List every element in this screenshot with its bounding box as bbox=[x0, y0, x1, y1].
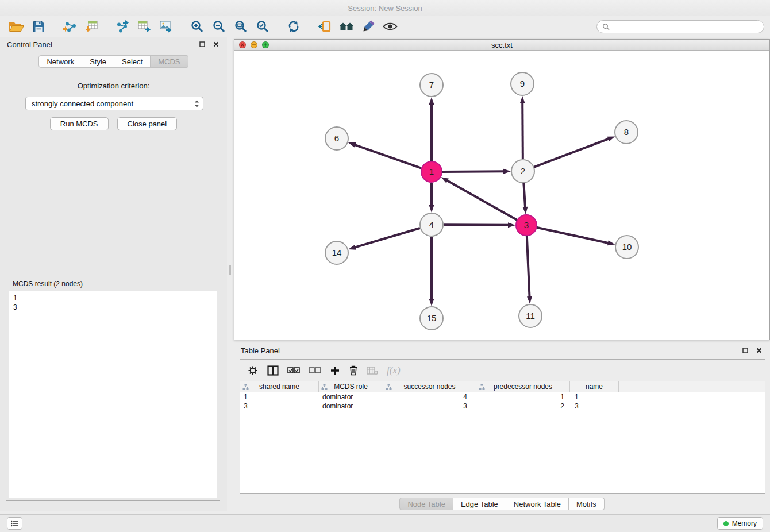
graph-node-14[interactable]: 14 bbox=[325, 241, 348, 264]
network-graph[interactable]: 7968124314101511 bbox=[234, 51, 769, 340]
close-window-button[interactable] bbox=[239, 41, 246, 48]
graph-edge-3-10[interactable] bbox=[537, 228, 610, 243]
zoom-in-button[interactable] bbox=[186, 17, 208, 36]
cell-successor-nodes[interactable]: 4 bbox=[383, 392, 476, 402]
import-network-button[interactable] bbox=[59, 17, 80, 36]
tab-network[interactable]: Network bbox=[38, 55, 82, 68]
graph-edge-2-8[interactable] bbox=[534, 138, 610, 167]
cell-name[interactable]: 3 bbox=[570, 402, 619, 411]
graph-edge-1-6[interactable] bbox=[353, 144, 421, 168]
split-view-button[interactable] bbox=[267, 362, 279, 379]
task-history-button[interactable] bbox=[7, 517, 22, 530]
run-mcds-button[interactable]: Run MCDS bbox=[50, 117, 109, 130]
zoom-selected-button[interactable] bbox=[252, 17, 274, 36]
cell-mcds-role[interactable]: dominator bbox=[319, 392, 383, 402]
column-header-shared-name[interactable]: shared name bbox=[240, 381, 319, 392]
graph-node-2[interactable]: 2 bbox=[511, 160, 534, 183]
tab-network-table[interactable]: Network Table bbox=[506, 498, 569, 510]
style-button[interactable] bbox=[357, 17, 379, 36]
search-box[interactable] bbox=[596, 20, 764, 33]
float-panel-button[interactable] bbox=[198, 40, 206, 48]
criterion-dropdown[interactable]: strongly connected component bbox=[25, 97, 203, 110]
minimize-window-button[interactable] bbox=[251, 41, 257, 48]
column-header-name[interactable]: name bbox=[570, 381, 619, 392]
add-column-button[interactable] bbox=[330, 362, 340, 379]
import-table-button[interactable] bbox=[80, 17, 102, 36]
network-view-window: scc.txt 7968124314101511 bbox=[234, 39, 770, 340]
vertical-splitter[interactable] bbox=[227, 37, 234, 511]
table-row[interactable]: 1 dominator 4 1 1 bbox=[240, 392, 765, 402]
cell-predecessor-nodes[interactable]: 1 bbox=[476, 392, 570, 402]
table-settings-button[interactable] bbox=[247, 362, 259, 379]
graph-node-1[interactable]: 1 bbox=[421, 161, 442, 182]
tab-motifs[interactable]: Motifs bbox=[569, 498, 605, 510]
tab-select[interactable]: Select bbox=[114, 55, 151, 68]
graph-edge-4-3[interactable] bbox=[444, 225, 510, 225]
apply-layout-button[interactable] bbox=[283, 17, 305, 36]
export-image-icon bbox=[159, 20, 173, 33]
table-row[interactable]: 3 dominator 3 2 3 bbox=[240, 402, 765, 411]
column-header-predecessor-nodes[interactable]: predecessor nodes bbox=[476, 381, 570, 392]
export-network-button[interactable] bbox=[111, 17, 133, 36]
float-table-panel-button[interactable] bbox=[741, 346, 749, 354]
tab-node-table[interactable]: Node Table bbox=[399, 498, 453, 510]
export-image-button[interactable] bbox=[155, 17, 177, 36]
select-all-button[interactable] bbox=[287, 362, 300, 379]
cell-predecessor-nodes[interactable]: 2 bbox=[476, 402, 570, 411]
graph-node-6[interactable]: 6 bbox=[325, 127, 348, 150]
graph-edge-1-2[interactable] bbox=[442, 171, 505, 172]
cell-name[interactable]: 1 bbox=[570, 392, 619, 402]
graph-node-7[interactable]: 7 bbox=[420, 74, 443, 97]
import-network-icon bbox=[62, 20, 77, 33]
graph-node-10[interactable]: 10 bbox=[615, 236, 638, 259]
graph-edge-3-11[interactable] bbox=[527, 236, 530, 298]
table-panel-tabs: Node Table Edge Table Network Table Moti… bbox=[399, 498, 604, 510]
cell-successor-nodes[interactable]: 3 bbox=[383, 402, 476, 411]
cell-mcds-role[interactable]: dominator bbox=[319, 402, 383, 411]
close-table-panel-button[interactable] bbox=[755, 346, 763, 354]
close-panel-action-button[interactable]: Close panel bbox=[117, 117, 178, 130]
mcds-result-box[interactable]: 1 3 bbox=[9, 291, 217, 498]
network-canvas[interactable]: 7968124314101511 bbox=[234, 51, 769, 340]
status-bar: Memory bbox=[0, 514, 770, 532]
graph-node-11[interactable]: 11 bbox=[519, 304, 542, 327]
deselect-all-button[interactable] bbox=[309, 362, 321, 379]
horizontal-splitter-handle[interactable] bbox=[495, 341, 505, 342]
save-session-button[interactable] bbox=[28, 17, 49, 36]
delete-table-button[interactable] bbox=[367, 362, 378, 379]
column-header-mcds-role[interactable]: MCDS role bbox=[319, 381, 383, 392]
graph-edge-2-3[interactable] bbox=[523, 183, 525, 209]
graph-node-8[interactable]: 8 bbox=[615, 121, 638, 144]
graph-node-label: 11 bbox=[526, 311, 535, 321]
column-header-successor-nodes[interactable]: successor nodes bbox=[383, 381, 476, 392]
graph-edge-2-9[interactable] bbox=[522, 102, 523, 159]
function-builder-button[interactable]: f(x) bbox=[387, 362, 401, 379]
cell-shared-name[interactable]: 3 bbox=[240, 402, 319, 411]
graph-node-3[interactable]: 3 bbox=[516, 215, 537, 236]
graph-node-label: 7 bbox=[429, 80, 434, 90]
memory-button[interactable]: Memory bbox=[717, 517, 763, 530]
close-panel-button[interactable] bbox=[212, 40, 220, 48]
zoom-fit-button[interactable] bbox=[230, 17, 252, 36]
first-neighbors-button[interactable] bbox=[314, 17, 336, 36]
delete-column-button[interactable] bbox=[349, 362, 358, 379]
tab-edge-table[interactable]: Edge Table bbox=[453, 498, 506, 510]
graph-node-15[interactable]: 15 bbox=[420, 307, 443, 330]
graph-edge-3-1[interactable] bbox=[446, 180, 517, 219]
export-table-button[interactable] bbox=[133, 17, 155, 36]
tab-style[interactable]: Style bbox=[82, 55, 114, 68]
graph-node-9[interactable]: 9 bbox=[511, 72, 534, 95]
home-button[interactable] bbox=[336, 17, 357, 36]
open-session-button[interactable] bbox=[6, 17, 28, 36]
tab-mcds[interactable]: MCDS bbox=[151, 55, 188, 68]
graph-edge-arrowhead bbox=[607, 240, 615, 245]
show-hide-button[interactable] bbox=[379, 17, 401, 36]
zoom-window-button[interactable] bbox=[262, 41, 269, 48]
network-window-titlebar[interactable]: scc.txt bbox=[234, 40, 769, 51]
vertical-splitter-handle[interactable] bbox=[229, 265, 231, 275]
search-input[interactable] bbox=[613, 22, 759, 30]
graph-node-4[interactable]: 4 bbox=[420, 213, 443, 236]
graph-edge-4-14[interactable] bbox=[354, 228, 420, 248]
cell-shared-name[interactable]: 1 bbox=[240, 392, 319, 402]
zoom-out-button[interactable] bbox=[208, 17, 230, 36]
